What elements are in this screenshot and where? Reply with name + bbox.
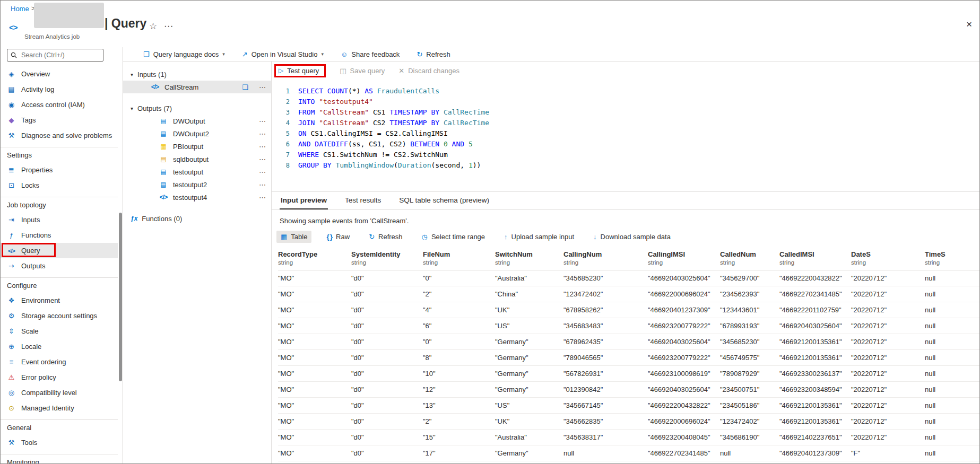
table-cell: "466922702341485" <box>648 445 720 461</box>
discard-changes-button[interactable]: ✕ Discard changes <box>398 67 459 75</box>
tab-sql-table-schema[interactable]: SQL table schema (preview) <box>398 192 490 209</box>
table-cell: null <box>925 318 979 334</box>
table-cell: "466921402237651" <box>779 430 851 445</box>
table-row: "MO""d0""10""Germany""567826931""4669231… <box>278 366 979 382</box>
sidebar-item-overview[interactable]: ◈Overview <box>1 66 118 82</box>
sidebar-item-tools[interactable]: ⚒Tools <box>1 435 118 450</box>
sidebar-item-label: Outputs <box>21 262 46 270</box>
test-query-button[interactable]: ▷ Test query <box>279 67 319 75</box>
raw-view-button[interactable]: { } Raw <box>322 231 354 243</box>
breadcrumb-home[interactable]: Home <box>11 5 29 13</box>
table-row: "MO""d0""2""UK""345662835""4669220006960… <box>278 414 979 430</box>
table-cell: "MO" <box>278 286 351 302</box>
sidebar-item-environment[interactable]: ❖Environment <box>1 293 118 308</box>
sidebar-item-label: Functions <box>21 231 51 239</box>
access-control-iam-icon: ◉ <box>7 101 16 109</box>
line-number: 8 <box>272 160 298 171</box>
inputs-group-header[interactable]: ▾ Inputs (1) <box>123 68 271 81</box>
more-options-icon[interactable]: ⋯ <box>259 117 266 125</box>
sidebar-item-managed-identity[interactable]: ⊙Managed Identity <box>1 400 118 416</box>
table-cell: "MO" <box>278 398 351 414</box>
table-row: "MO""d0""2""China""123472402""4669220006… <box>278 286 979 302</box>
raw-view-label: Raw <box>336 233 350 241</box>
table-cell: "MO" <box>278 461 351 464</box>
preview-refresh-button[interactable]: ↻ Refresh <box>365 231 406 243</box>
column-header-calledimsi: CalledIMSIstring <box>779 247 851 270</box>
code-text: FROM "CallStream" CS1 TIMESTAMP BY CallR… <box>298 107 489 118</box>
document-icon[interactable]: ❏ <box>242 83 248 91</box>
table-cell: "F" <box>851 445 925 461</box>
sidebar-item-locks[interactable]: ⊡Locks <box>1 178 118 193</box>
sidebar-item-outputs[interactable]: ⇢Outputs <box>1 258 118 274</box>
tree-item-dwoutput[interactable]: ▤DWOutput⋯ <box>123 115 271 127</box>
sidebar-item-query[interactable]: </>Query <box>1 243 118 258</box>
more-options-icon[interactable]: ⋯ <box>259 181 266 189</box>
tree-item-callstream[interactable]: </> CallStream ❏ ⋯ <box>123 81 271 93</box>
sidebar-item-compatibility-level[interactable]: ◎Compatibility level <box>1 385 118 400</box>
table-cell: "345685230" <box>720 334 779 350</box>
command-bar: ❒ Query language docs ▾ ↗ Open in Visual… <box>123 47 979 62</box>
sidebar-item-activity-log[interactable]: ▤Activity log <box>1 82 118 97</box>
select-time-range-button[interactable]: ◷ Select time range <box>418 231 490 243</box>
table-cell: "789046565" <box>563 350 648 366</box>
table-cell: "345685230" <box>563 270 648 286</box>
sidebar-item-label: Locks <box>21 181 39 189</box>
sidebar-item-diagnose-and-solve-problems[interactable]: ⚒Diagnose and solve problems <box>1 128 118 143</box>
table-cell: "20220712" <box>851 318 925 334</box>
functions-group-header[interactable]: ƒx Functions (0) <box>123 212 271 225</box>
refresh-icon: ↻ <box>369 233 375 241</box>
nav-section-monitoring: Monitoring <box>1 454 118 463</box>
favorite-star-icon[interactable]: ☆ <box>149 21 157 32</box>
upload-sample-input-button[interactable]: ↑ Upload sample input <box>500 231 578 243</box>
table-cell: "MO" <box>278 350 351 366</box>
more-options-icon[interactable]: ⋯ <box>259 83 266 91</box>
sidebar-item-inputs[interactable]: ⇥Inputs <box>1 212 118 227</box>
refresh-button[interactable]: ↻ Refresh <box>417 50 450 58</box>
close-blade-button[interactable]: × <box>966 19 972 30</box>
table-view-button[interactable]: ▦ Table <box>276 231 311 243</box>
tree-item-pbioutput[interactable]: ▦PBIoutput⋯ <box>123 140 271 153</box>
more-options-icon[interactable]: ⋯ <box>259 130 266 138</box>
share-feedback-button[interactable]: ☺ Share feedback <box>341 50 400 58</box>
outputs-group-header[interactable]: ▾ Outputs (7) <box>123 102 271 115</box>
select-time-range-label: Select time range <box>431 233 485 241</box>
table-cell: "012390842" <box>563 382 648 398</box>
sidebar-item-storage-account-settings[interactable]: ⚙Storage account settings <box>1 308 118 323</box>
sidebar-item-properties[interactable]: ≣Properties <box>1 162 118 178</box>
save-query-button[interactable]: ◫ Save query <box>340 67 385 75</box>
tree-item-label: testoutput2 <box>173 181 207 189</box>
code-line: 6AND DATEDIFF(ss, CS1, CS2) BETWEEN 0 AN… <box>272 139 979 150</box>
sidebar-item-event-ordering[interactable]: ≡Event ordering <box>1 354 118 370</box>
table-cell: null <box>925 414 979 430</box>
sidebar-item-locale[interactable]: ⊕Locale <box>1 339 118 354</box>
header-more-icon[interactable]: ⋯ <box>164 21 173 32</box>
query-language-docs-button[interactable]: ❒ Query language docs ▾ <box>143 50 225 58</box>
tree-item-testoutput[interactable]: ▤testoutput⋯ <box>123 165 271 178</box>
sidebar-scrollbar[interactable] <box>119 213 122 381</box>
tree-item-testoutput2[interactable]: ▤testoutput2⋯ <box>123 178 271 191</box>
table-cell: "466923200779222" <box>648 318 720 334</box>
query-code-editor[interactable]: 1SELECT COUNT(*) AS FraudulentCalls2INTO… <box>272 80 979 192</box>
sidebar-item-label: Activity log <box>21 85 54 93</box>
tree-item-dwoutput2[interactable]: ▤DWOutput2⋯ <box>123 127 271 140</box>
table-cell: "d0" <box>351 318 423 334</box>
tab-test-results[interactable]: Test results <box>344 192 382 209</box>
sidebar-item-functions[interactable]: ƒFunctions <box>1 227 118 243</box>
sidebar-item-scale[interactable]: ⇕Scale <box>1 323 118 339</box>
more-options-icon[interactable]: ⋯ <box>259 143 266 151</box>
tab-input-preview[interactable]: Input preview <box>280 192 328 209</box>
tree-item-testoutput4[interactable]: </>testoutput4⋯ <box>123 191 271 204</box>
sidebar-item-error-policy[interactable]: ⚠Error policy <box>1 370 118 385</box>
sidebar-item-access-control-iam[interactable]: ◉Access control (IAM) <box>1 97 118 112</box>
table-cell: "345683483" <box>563 318 648 334</box>
search-icon <box>11 52 17 58</box>
table-cell: "123472402" <box>563 286 648 302</box>
search-input[interactable] <box>20 51 100 59</box>
open-in-visual-studio-button[interactable]: ↗ Open in Visual Studio ▾ <box>242 50 324 58</box>
more-options-icon[interactable]: ⋯ <box>259 155 266 163</box>
tree-item-sqldboutput[interactable]: ▤sqldboutput⋯ <box>123 153 271 165</box>
download-sample-data-button[interactable]: ↓ Download sample data <box>589 231 675 243</box>
sidebar-item-tags[interactable]: ◆Tags <box>1 112 118 128</box>
more-options-icon[interactable]: ⋯ <box>259 194 266 202</box>
more-options-icon[interactable]: ⋯ <box>259 168 266 176</box>
